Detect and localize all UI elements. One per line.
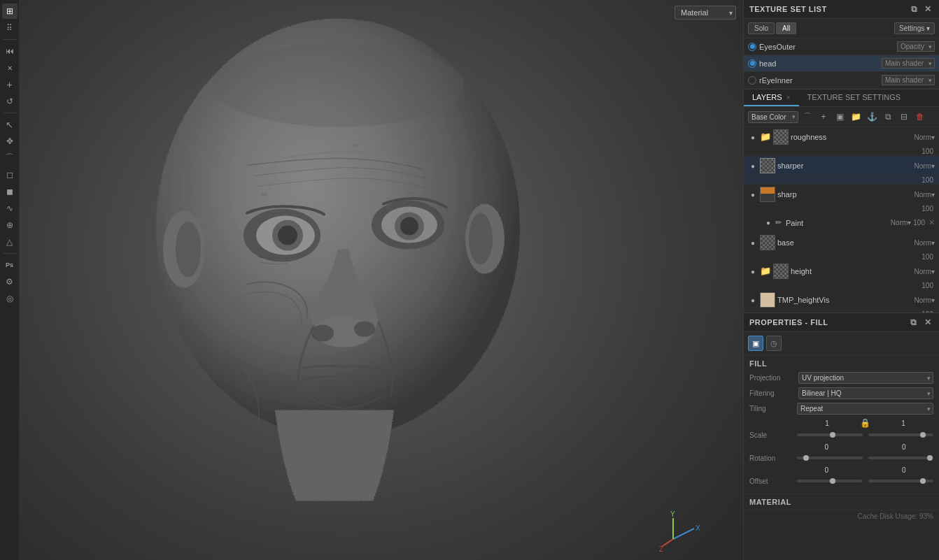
layer-blend-height[interactable]: Norm▾ bbox=[915, 268, 935, 275]
ts-radio-eyesouter[interactable] bbox=[748, 43, 756, 51]
offset-thumb-1[interactable] bbox=[830, 478, 835, 484]
add-icon[interactable]: + bbox=[2, 77, 17, 92]
offset-slider-1[interactable] bbox=[797, 476, 863, 486]
layer-item-sharper[interactable]: ● sharper Norm▾ bbox=[744, 156, 939, 176]
layer-tool-folder[interactable]: 📁 bbox=[849, 110, 863, 124]
solo-button[interactable]: Solo bbox=[748, 22, 775, 34]
tab-layers[interactable]: LAYERS × bbox=[744, 89, 799, 106]
layer-vis-height[interactable]: ● bbox=[748, 266, 758, 276]
ts-shader-head-wrap[interactable]: Main shader bbox=[882, 58, 935, 69]
panel-restore-icon[interactable]: ⧉ bbox=[909, 3, 919, 15]
layer-tool-copy[interactable]: ⧉ bbox=[881, 110, 895, 124]
main-viewport[interactable]: Material Base Color Roughness Metallic X… bbox=[20, 0, 743, 560]
fill-icon[interactable]: ◼ bbox=[2, 184, 17, 199]
texture-set-item-head[interactable]: head Main shader bbox=[744, 55, 939, 72]
filtering-select-wrap[interactable]: Bilinear | HQ Nearest bbox=[798, 387, 933, 399]
cross-icon[interactable]: ✕ bbox=[2, 60, 17, 76]
tab-layers-close[interactable]: × bbox=[786, 94, 791, 101]
scale-thumb-1[interactable] bbox=[830, 432, 835, 438]
layer-vis-sharp[interactable]: ● bbox=[748, 189, 758, 199]
layer-blend-roughness[interactable]: Norm▾ bbox=[915, 134, 935, 141]
texture-set-item-eyesouter[interactable]: EyesOuter Opacity bbox=[744, 38, 939, 55]
scale-slider-2[interactable] bbox=[868, 430, 934, 440]
layer-item-roughness[interactable]: ● 📁 roughness Norm▾ bbox=[744, 127, 939, 148]
rotation-thumb-1[interactable] bbox=[803, 455, 809, 461]
layer-blend-sharper[interactable]: Norm▾ bbox=[915, 162, 935, 170]
properties-restore-icon[interactable]: ⧉ bbox=[908, 317, 919, 328]
ts-shader-head[interactable]: Main shader bbox=[882, 58, 935, 69]
refresh-icon[interactable]: ↺ bbox=[2, 94, 17, 109]
layer-blend-base[interactable]: Norm▾ bbox=[915, 239, 935, 247]
move-icon[interactable]: ✥ bbox=[2, 134, 17, 149]
scale-thumb-2[interactable] bbox=[920, 432, 926, 438]
material-selector[interactable]: Material Base Color Roughness Metallic bbox=[675, 6, 736, 20]
layer-name-tmp: TMP_heightVis bbox=[777, 296, 912, 304]
layer-item-tmp-heightvis[interactable]: ● TMP_heightVis Norm▾ bbox=[744, 290, 939, 310]
ts-shader-eyesouter-wrap[interactable]: Opacity bbox=[897, 41, 935, 52]
brush-icon[interactable]: ⌒ bbox=[2, 150, 17, 166]
ts-radio-reyeinner[interactable] bbox=[748, 76, 756, 85]
layer-blend-paint[interactable]: Norm▾ bbox=[891, 219, 911, 227]
rotation-slider-1[interactable] bbox=[797, 453, 863, 463]
all-button[interactable]: All bbox=[776, 22, 796, 34]
offset-thumb-2[interactable] bbox=[920, 478, 926, 484]
circle-icon[interactable]: ◎ bbox=[2, 291, 17, 306]
back-icon[interactable]: ⏮ bbox=[2, 43, 17, 59]
layer-vis-paint[interactable]: ● bbox=[763, 218, 773, 228]
texture-set-item-reyeinner[interactable]: rEyeInner Main shader bbox=[744, 72, 939, 89]
layer-item-sharp[interactable]: ● sharp Norm▾ bbox=[744, 185, 939, 205]
lock-icon[interactable]: 🔒 bbox=[860, 418, 870, 428]
layer-item-base[interactable]: ● base Norm▾ bbox=[744, 233, 939, 253]
scale-slider-1[interactable] bbox=[797, 430, 863, 440]
layer-vis-base[interactable]: ● bbox=[748, 238, 758, 247]
clock-mode-icon[interactable]: ◷ bbox=[766, 336, 782, 351]
filtering-select[interactable]: Bilinear | HQ Nearest bbox=[798, 387, 933, 399]
polygon-icon[interactable]: △ bbox=[2, 234, 17, 250]
ts-radio-head[interactable] bbox=[748, 59, 756, 68]
tab-texture-set-settings[interactable]: TEXTURE SET SETTINGS bbox=[799, 89, 910, 106]
layer-item-paint[interactable]: ● ✏ Paint Norm▾ 100 ✕ bbox=[759, 213, 939, 233]
properties-close-icon[interactable]: ✕ bbox=[922, 317, 934, 328]
apps-icon[interactable]: ⠿ bbox=[2, 20, 17, 36]
ps-icon[interactable]: Ps bbox=[2, 257, 17, 273]
offset-slider-2[interactable] bbox=[868, 476, 934, 486]
ts-shader-reyeinner[interactable]: Main shader bbox=[882, 75, 935, 85]
smudge-icon[interactable]: ∿ bbox=[2, 201, 17, 216]
rotation-slider-2[interactable] bbox=[868, 453, 934, 463]
rotation-thumb-2[interactable] bbox=[927, 455, 933, 461]
layer-blend-tmp[interactable]: Norm▾ bbox=[915, 296, 935, 304]
grid-icon[interactable]: ⊞ bbox=[2, 3, 17, 19]
tiling-select-wrap[interactable]: Repeat Mirror Clamp bbox=[797, 403, 933, 415]
layer-tool-anchor[interactable]: ⚓ bbox=[865, 110, 879, 124]
svg-point-10 bbox=[311, 324, 334, 341]
layer-item-height[interactable]: ● 📁 height Norm▾ bbox=[744, 261, 939, 282]
fill-mode-icon[interactable]: ▣ bbox=[748, 336, 763, 351]
eraser-icon[interactable]: ◻ bbox=[2, 167, 17, 182]
projection-select[interactable]: UV projection Triplanar bbox=[798, 372, 933, 384]
layer-vis-tmp[interactable]: ● bbox=[748, 295, 758, 305]
tiling-select[interactable]: Repeat Mirror Clamp bbox=[797, 403, 933, 415]
cursor-icon[interactable]: ↖ bbox=[2, 117, 17, 132]
layer-tool-instance[interactable]: ⊟ bbox=[897, 110, 911, 124]
material-selector-wrap[interactable]: Material Base Color Roughness Metallic bbox=[675, 6, 736, 20]
layer-tool-fill[interactable]: ▣ bbox=[833, 110, 847, 124]
projection-select-wrap[interactable]: UV projection Triplanar bbox=[798, 372, 933, 384]
panel-close-icon[interactable]: ✕ bbox=[922, 3, 933, 15]
layer-vis-roughness[interactable]: ● bbox=[748, 132, 758, 142]
texture-set-settings-button[interactable]: Settings ▾ bbox=[894, 22, 935, 34]
layer-delete-paint[interactable]: ✕ bbox=[929, 218, 935, 227]
layer-tool-add[interactable]: + bbox=[817, 110, 831, 124]
clone-icon[interactable]: ⊕ bbox=[2, 217, 17, 233]
layer-type-select[interactable]: Base Color bbox=[748, 111, 798, 123]
settings2-icon[interactable]: ⚙ bbox=[2, 274, 17, 289]
layer-blend-sharp[interactable]: Norm▾ bbox=[915, 191, 935, 199]
layer-type-select-wrap[interactable]: Base Color bbox=[748, 111, 798, 123]
layer-tool-brush[interactable]: ⌒ bbox=[800, 110, 814, 124]
layer-vis-sharper[interactable]: ● bbox=[748, 161, 758, 171]
layer-opacity-height: 100 bbox=[922, 282, 935, 289]
layer-paint-icon: ✏ bbox=[775, 218, 782, 227]
layer-tool-delete[interactable]: 🗑 bbox=[913, 110, 927, 124]
ts-shader-eyesouter[interactable]: Opacity bbox=[897, 41, 935, 52]
ts-name-reyeinner: rEyeInner bbox=[759, 76, 879, 85]
ts-shader-reyeinner-wrap[interactable]: Main shader bbox=[882, 75, 935, 85]
